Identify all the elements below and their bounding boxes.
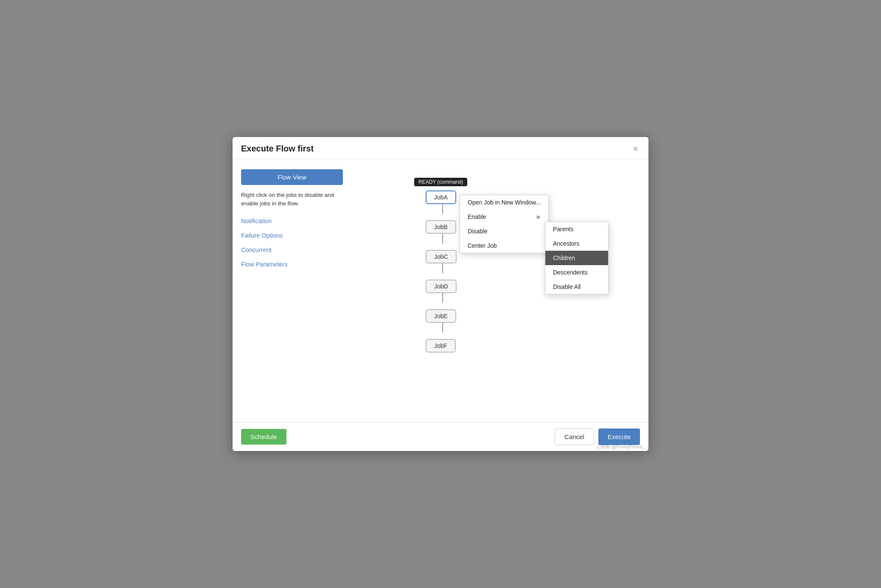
ctx-submenu-ancestors[interactable]: Ancestors bbox=[545, 236, 608, 251]
ctx-open-job[interactable]: Open Job in New Window... bbox=[460, 195, 548, 210]
modal-title: Execute Flow first bbox=[241, 144, 314, 154]
footer-right-actions: Cancel Execute bbox=[555, 428, 640, 445]
sidebar-item-flow-parameters[interactable]: Flow Parameters bbox=[241, 261, 343, 268]
modal: Execute Flow first × Flow View Right cli… bbox=[233, 137, 648, 451]
job-a-badge: READY (command) bbox=[414, 178, 467, 186]
cancel-button[interactable]: Cancel bbox=[555, 428, 594, 445]
right-panel: READY (command) JobA JobB JobC JobD bbox=[351, 169, 640, 415]
ctx-disable-submenu: Parents Ancestors Children Descendents D bbox=[545, 221, 609, 294]
job-node-e[interactable]: JobE bbox=[426, 309, 456, 323]
job-node-c[interactable]: JobC bbox=[426, 250, 457, 263]
modal-close-button[interactable]: × bbox=[631, 144, 640, 154]
enable-arrow-icon: ▶ bbox=[537, 214, 541, 220]
sidebar-item-failure-options[interactable]: Failure Options bbox=[241, 232, 343, 239]
flow-view-description: Right click on the jobs to disable and e… bbox=[241, 191, 343, 208]
watermark: CSDN @FunnyPrince_ bbox=[597, 444, 645, 449]
ctx-center-job[interactable]: Center Job bbox=[460, 238, 548, 253]
sidebar-item-concurrent[interactable]: Concurrent bbox=[241, 246, 343, 253]
job-node-a[interactable]: JobA bbox=[426, 190, 456, 204]
modal-footer: Schedule Cancel Execute bbox=[233, 422, 648, 451]
job-node-b[interactable]: JobB bbox=[426, 220, 456, 234]
left-panel: Flow View Right click on the jobs to dis… bbox=[241, 169, 351, 415]
sidebar-item-notification[interactable]: Notification bbox=[241, 218, 343, 224]
ctx-enable[interactable]: Enable ▶ bbox=[460, 210, 548, 224]
ctx-submenu-descendents[interactable]: Descendents bbox=[545, 265, 608, 280]
ctx-disable[interactable]: Disable bbox=[460, 224, 548, 238]
ctx-submenu-children[interactable]: Children bbox=[545, 251, 608, 265]
ctx-submenu-parents[interactable]: Parents bbox=[545, 222, 608, 236]
job-node-d[interactable]: JobD bbox=[426, 280, 457, 293]
flow-view-button[interactable]: Flow View bbox=[241, 169, 343, 185]
flow-canvas: READY (command) JobA JobB JobC JobD bbox=[351, 169, 640, 415]
job-node-f[interactable]: JobF bbox=[426, 339, 456, 353]
modal-body: Flow View Right click on the jobs to dis… bbox=[233, 159, 648, 422]
schedule-button[interactable]: Schedule bbox=[241, 429, 286, 445]
modal-header: Execute Flow first × bbox=[233, 137, 648, 159]
context-menu: Open Job in New Window... Enable ▶ Disab… bbox=[460, 195, 549, 253]
ctx-submenu-disable-all[interactable]: Disable All bbox=[545, 280, 608, 294]
execute-button[interactable]: Execute bbox=[598, 428, 640, 445]
